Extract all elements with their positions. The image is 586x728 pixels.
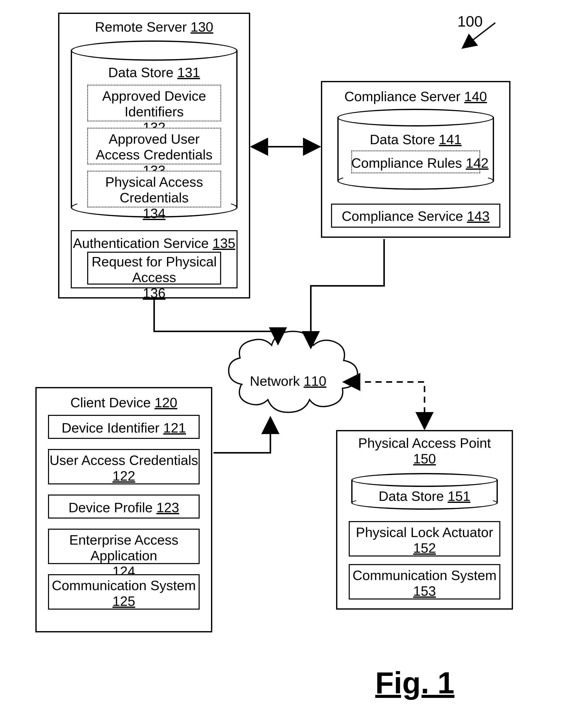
conn-compliance-network xyxy=(311,239,384,348)
remote-datastore-title: Data Store 131 xyxy=(71,65,238,80)
network-cloud xyxy=(229,331,357,412)
ccs-ref: 125 xyxy=(112,594,135,609)
compliance-datastore-cylinder xyxy=(337,109,494,190)
request-for-physical-access-label: Request for Physical Access 136 xyxy=(87,254,221,301)
comp-server-text: Compliance Server xyxy=(344,89,460,104)
auth-svc-text: Authentication Service xyxy=(73,235,209,251)
pap-ref: 150 xyxy=(413,451,436,466)
comp-svc-ref: 143 xyxy=(467,208,490,224)
rpa-ref: 136 xyxy=(143,285,165,301)
comp-rules-ref: 142 xyxy=(466,155,488,171)
pla-text: Physical Lock Actuator xyxy=(356,525,493,540)
device-profile-title: Device Profile 123 xyxy=(48,500,199,515)
dev-prof-ref: 123 xyxy=(156,500,179,515)
dev-id-text: Device Identifier xyxy=(62,420,159,435)
pap-datastore-title: Data Store 151 xyxy=(351,488,498,504)
comp-ds-text: Data Store xyxy=(370,132,435,147)
remote-server-title: Remote Server 130 xyxy=(58,19,250,35)
pcs-ref: 153 xyxy=(413,583,436,599)
auac-text: Approved User Access Credentials xyxy=(96,131,213,162)
compliance-datastore-title: Data Store 141 xyxy=(337,131,494,147)
adi-text: Approved Device Identifiers xyxy=(102,88,206,119)
comp-svc-text: Compliance Service xyxy=(342,208,463,224)
remote-datastore-label: Data Store xyxy=(108,65,174,80)
client-device-title: Client Device 120 xyxy=(35,395,212,410)
pac-text: Physical Access Credentials xyxy=(105,174,203,205)
pap-ds-text: Data Store xyxy=(378,488,444,504)
compliance-rules-title: Compliance Rules 142 xyxy=(351,155,480,171)
ccs-text: Communication System xyxy=(52,578,196,593)
comp-rules-text: Compliance Rules xyxy=(351,155,462,171)
remote-datastore-ref: 131 xyxy=(178,65,200,80)
system-ref: 100 xyxy=(452,12,488,30)
client-communication-system-title: Communication System 125 xyxy=(48,577,199,609)
comp-server-ref: 140 xyxy=(464,89,487,104)
conn-network-pap xyxy=(344,382,425,429)
figure-caption: Fig. 1 xyxy=(375,665,454,700)
rpa-text: Request for Physical Access xyxy=(91,254,217,285)
client-device-ref: 120 xyxy=(155,395,178,410)
dev-prof-text: Device Profile xyxy=(69,500,153,515)
uac-text: User Access Credentials xyxy=(50,453,198,468)
compliance-server-title: Compliance Server 140 xyxy=(321,89,510,104)
remote-server-label: Remote Server xyxy=(95,19,187,34)
user-access-credentials-title: User Access Credentials 122 xyxy=(48,452,199,484)
conn-remote-network xyxy=(154,300,278,344)
comp-ds-ref: 141 xyxy=(439,132,462,147)
physical-access-credentials-label: Physical Access Credentials 134 xyxy=(87,174,221,221)
client-device-text: Client Device xyxy=(70,395,151,410)
net-text: Network xyxy=(250,373,300,388)
physical-access-point-title: Physical Access Point 150 xyxy=(336,435,513,467)
auth-svc-ref: 135 xyxy=(213,235,235,251)
eaa-text: Enterprise Access Application xyxy=(69,532,179,563)
dev-id-ref: 121 xyxy=(163,420,186,435)
physical-lock-actuator-title: Physical Lock Actuator 152 xyxy=(349,524,500,556)
compliance-service-title: Compliance Service 143 xyxy=(331,208,500,224)
pac-ref: 134 xyxy=(143,206,165,221)
pla-ref: 152 xyxy=(413,540,436,555)
uac-ref: 122 xyxy=(112,468,135,483)
pap-ds-ref: 151 xyxy=(448,488,471,504)
enterprise-access-application-title: Enterprise Access Application 124 xyxy=(48,532,199,579)
authentication-service-title: Authentication Service 135 xyxy=(71,235,238,251)
net-ref: 110 xyxy=(303,373,326,388)
device-identifier-title: Device Identifier 121 xyxy=(48,420,199,435)
conn-client-network xyxy=(214,417,270,453)
pap-communication-system-title: Communication System 153 xyxy=(349,568,500,599)
remote-server-ref: 130 xyxy=(190,19,213,34)
pap-text: Physical Access Point xyxy=(358,435,491,451)
pcs-text: Communication System xyxy=(352,568,497,583)
network-title: Network 110 xyxy=(235,373,341,389)
